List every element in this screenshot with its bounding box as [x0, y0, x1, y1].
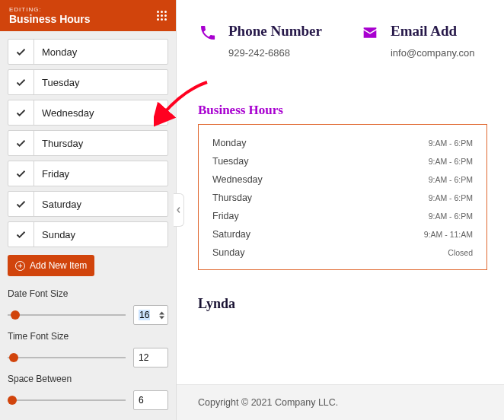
day-item-saturday[interactable]: Saturday [8, 191, 168, 217]
day-label: Friday [34, 168, 69, 180]
email-value: info@company.con [391, 47, 475, 59]
phone-icon [198, 23, 218, 43]
check-icon [8, 161, 34, 186]
time-font-size-label: Time Font Size [8, 331, 168, 342]
date-font-size-input[interactable]: 16 [133, 305, 168, 325]
date-font-size-slider[interactable] [8, 310, 126, 320]
date-font-size-label: Date Font Size [8, 288, 168, 299]
space-between-label: Space Between [8, 374, 168, 384]
add-btn-label: Add New Item [30, 260, 87, 271]
plus-icon: + [15, 261, 25, 271]
table-row: Friday9:AM - 6:PM [212, 207, 473, 225]
day-item-thursday[interactable]: Thursday [8, 130, 168, 156]
space-between-value: 6 [139, 395, 144, 406]
table-row: Saturday9:AM - 11:AM [212, 225, 473, 243]
table-row: Monday9:AM - 6:PM [212, 134, 473, 152]
add-new-item-button[interactable]: + Add New Item [8, 255, 94, 276]
day-label: Thursday [34, 138, 83, 149]
phone-value: 929-242-6868 [228, 47, 322, 59]
sidebar-header: EDITING: Business Hours [0, 0, 176, 31]
email-block: Email Add info@company.con [360, 23, 475, 59]
time-font-size-input[interactable]: 12 [133, 348, 168, 368]
phone-block: Phone Number 929-242-6868 [198, 23, 322, 59]
date-font-size-value: 16 [139, 310, 150, 320]
editing-label: EDITING: [9, 6, 91, 13]
phone-heading: Phone Number [228, 23, 322, 40]
day-item-wednesday[interactable]: Wednesday [8, 100, 168, 126]
check-icon [8, 131, 34, 155]
space-between-slider[interactable] [8, 395, 126, 406]
time-font-size-slider[interactable] [8, 352, 126, 363]
day-item-friday[interactable]: Friday [8, 161, 168, 186]
check-icon [8, 70, 34, 94]
space-between-input[interactable]: 6 [133, 390, 168, 410]
footer-copyright: Copyright © 2021 Company LLC. [177, 384, 504, 420]
day-label: Wednesday [34, 107, 94, 119]
check-icon [8, 222, 34, 247]
day-item-sunday[interactable]: Sunday [8, 221, 168, 247]
check-icon [8, 40, 34, 64]
grid-icon[interactable] [157, 11, 167, 21]
table-row: Thursday9:AM - 6:PM [212, 189, 473, 207]
check-icon [8, 100, 34, 125]
day-list: Monday Tuesday Wednesday Thursday Friday… [0, 31, 176, 252]
stepper-down-icon[interactable] [159, 316, 164, 320]
table-row: Tuesday9:AM - 6:PM [212, 152, 473, 170]
email-icon [360, 23, 380, 43]
stepper-up-icon[interactable] [159, 311, 164, 315]
time-font-size-value: 12 [139, 352, 148, 363]
table-row: SundayClosed [212, 243, 473, 262]
day-label: Sunday [34, 229, 75, 240]
preview-pane: Phone Number 929-242-6868 Email Add info… [177, 0, 504, 420]
day-item-tuesday[interactable]: Tuesday [8, 69, 168, 95]
check-icon [8, 192, 34, 216]
day-item-monday[interactable]: Monday [8, 39, 168, 65]
email-heading: Email Add [391, 23, 475, 40]
day-label: Saturday [34, 199, 81, 210]
panel-title: Business Hours [9, 13, 91, 25]
day-label: Tuesday [34, 77, 79, 88]
table-row: Wednesday9:AM - 6:PM [212, 170, 473, 189]
sidebar: EDITING: Business Hours Monday Tuesday W… [0, 0, 177, 420]
business-hours-heading: Business Hours [198, 103, 504, 118]
author-name: Lynda [198, 296, 504, 312]
day-label: Monday [34, 46, 77, 58]
collapse-handle[interactable] [174, 193, 184, 227]
business-hours-box[interactable]: Monday9:AM - 6:PM Tuesday9:AM - 6:PM Wed… [198, 124, 487, 270]
